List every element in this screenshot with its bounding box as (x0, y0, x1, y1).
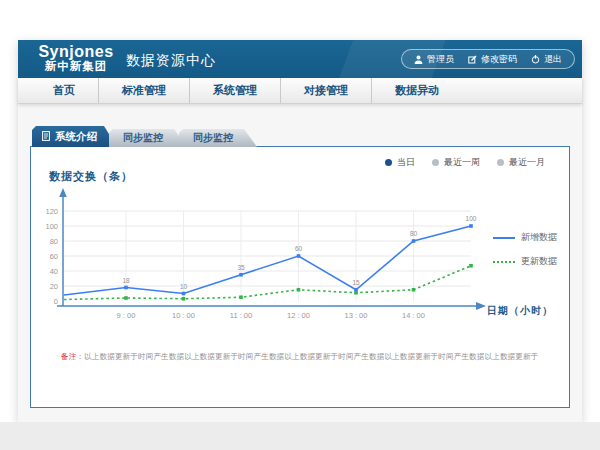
user-account-button[interactable]: 管理员 (414, 53, 454, 66)
data-point (469, 224, 473, 228)
nav-item-data-change[interactable]: 数据异动 (371, 78, 462, 103)
tab-label: 系统介绍 (55, 130, 97, 144)
filter-label: 最近一周 (444, 156, 480, 169)
edit-icon (468, 55, 477, 64)
y-tick-label: 60 (50, 252, 58, 261)
brand-logo-cn: 新中新集团 (30, 60, 122, 73)
data-point (469, 264, 473, 268)
tab-sync-monitor-2[interactable]: 同步监控 (179, 129, 257, 147)
data-point (297, 288, 301, 292)
tab-sync-monitor-1[interactable]: 同步监控 (109, 129, 187, 147)
footer-note: 备注：以上数据更新于时间产生数据以上数据更新于时间产生数据以上数据更新于时间产生… (61, 352, 538, 362)
y-tick-label: 100 (45, 222, 58, 231)
power-icon (531, 55, 540, 64)
user-toolbar: 管理员 修改密码 退出 (401, 49, 575, 69)
x-tick-label: 13 : 00 (345, 311, 368, 320)
main-nav: 首页 标准管理 系统管理 对接管理 数据异动 (18, 78, 582, 104)
time-range-filter: 当日 最近一周 最近一月 (385, 156, 545, 169)
content-panel: 当日 最近一周 最近一月 数据交换（条） 0204060801001209 : … (30, 146, 570, 408)
filter-last-week[interactable]: 最近一周 (432, 156, 480, 169)
legend-label: 新增数据 (521, 231, 557, 244)
page-bottom-strip (0, 422, 600, 450)
data-point (182, 292, 186, 296)
brand-logo-en: Synjones (30, 43, 122, 60)
tab-bar: 系统介绍 同步监控 同步监控 (32, 126, 257, 147)
tab-label: 同步监控 (123, 131, 163, 145)
y-tick-label: 0 (54, 297, 58, 306)
page-title: 数据资源中心 (126, 52, 216, 70)
brand-logo[interactable]: Synjones 新中新集团 (30, 43, 122, 73)
radio-dot-icon (432, 159, 439, 166)
y-tick-label: 20 (50, 282, 58, 291)
data-label: 60 (295, 245, 303, 252)
app-header: Synjones 新中新集团 数据资源中心 管理员 修改密码 退出 (18, 40, 582, 78)
data-point (412, 239, 416, 243)
y-tick-label: 120 (45, 207, 58, 216)
radio-dot-icon (385, 159, 392, 166)
nav-item-system-mgmt[interactable]: 系统管理 (189, 78, 280, 103)
data-point (239, 273, 243, 277)
footer-note-prefix: 备注： (61, 352, 84, 361)
data-point (239, 295, 243, 299)
filter-label: 最近一月 (509, 156, 545, 169)
y-tick-label: 80 (50, 237, 58, 246)
change-password-label: 修改密码 (481, 53, 517, 66)
radio-dot-icon (497, 159, 504, 166)
y-axis-title: 数据交换（条） (49, 169, 133, 184)
x-tick-label: 14 : 00 (402, 311, 425, 320)
x-tick-label: 9 : 00 (117, 311, 136, 320)
x-axis-title: 日期（小时） (487, 304, 553, 318)
user-icon (414, 55, 423, 64)
nav-item-standard-mgmt[interactable]: 标准管理 (98, 78, 189, 103)
data-label: 100 (466, 215, 477, 222)
x-tick-label: 11 : 00 (230, 311, 252, 320)
legend-item-new-data: 新增数据 (493, 231, 557, 244)
data-label: 35 (237, 264, 245, 271)
x-tick-label: 10 : 00 (172, 311, 195, 320)
data-point (354, 291, 358, 295)
logout-label: 退出 (544, 53, 562, 66)
data-point (124, 286, 128, 290)
footer-note-text: 以上数据更新于时间产生数据以上数据更新于时间产生数据以上数据更新于时间产生数据以… (84, 352, 538, 361)
nav-item-interface-mgmt[interactable]: 对接管理 (280, 78, 371, 103)
app-window: Synjones 新中新集团 数据资源中心 管理员 修改密码 退出 首页 标准管… (18, 40, 582, 422)
filter-last-month[interactable]: 最近一月 (497, 156, 545, 169)
tab-system-intro[interactable]: 系统介绍 (32, 126, 117, 147)
chart-legend: 新增数据 更新数据 (493, 231, 557, 279)
nav-item-home[interactable]: 首页 (30, 78, 98, 103)
data-point (297, 254, 301, 258)
x-axis-arrow-icon (476, 302, 486, 310)
filter-label: 当日 (397, 156, 415, 169)
x-tick-label: 12 : 00 (287, 311, 310, 320)
filter-today[interactable]: 当日 (385, 156, 415, 169)
change-password-button[interactable]: 修改密码 (468, 53, 517, 66)
data-label: 18 (122, 277, 130, 284)
data-label: 15 (352, 279, 360, 286)
data-point (412, 288, 416, 292)
legend-label: 更新数据 (521, 255, 557, 268)
legend-item-updated-data: 更新数据 (493, 255, 557, 268)
y-axis-arrow-icon (59, 188, 67, 197)
data-point (124, 296, 128, 300)
data-label: 10 (180, 283, 188, 290)
solid-line-icon (493, 237, 515, 239)
tab-label: 同步监控 (193, 131, 233, 145)
y-tick-label: 40 (50, 267, 58, 276)
data-point (182, 297, 186, 301)
dotted-line-icon (493, 261, 515, 263)
user-account-label: 管理员 (427, 53, 454, 66)
document-icon (42, 131, 50, 143)
logout-button[interactable]: 退出 (531, 53, 562, 66)
data-label: 80 (410, 230, 418, 237)
